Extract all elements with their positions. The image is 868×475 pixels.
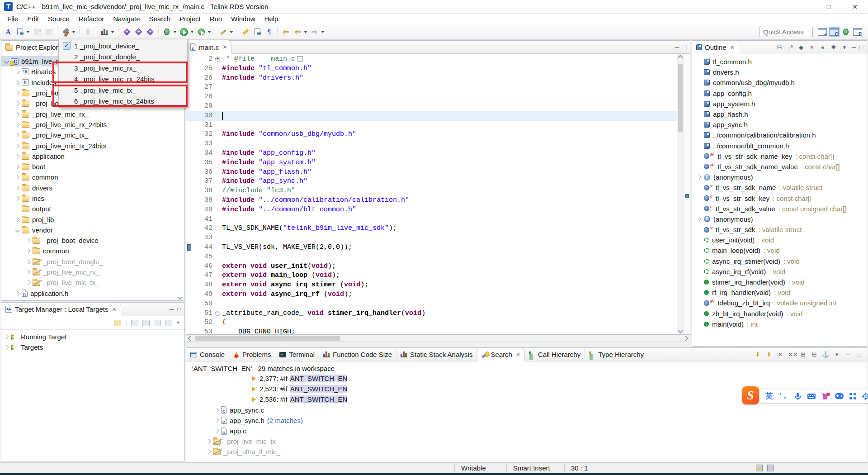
working-set-item[interactable]: ✓1 _proj_boot_device_ bbox=[59, 40, 187, 52]
code-line[interactable]: 44TL_VS_VER(sdk, MAKE_VER(2,0,0)); bbox=[186, 243, 677, 252]
code-editor[interactable]: 2+ * @file main.c…25#include "tl_common.… bbox=[186, 54, 690, 335]
overview-marker[interactable] bbox=[685, 194, 689, 198]
forward-button[interactable]: ⇨ bbox=[309, 27, 320, 38]
fold-collapse-icon[interactable]: − bbox=[215, 311, 220, 316]
menu-window[interactable]: Window bbox=[226, 14, 259, 24]
back-button[interactable]: ⇦ bbox=[292, 27, 303, 38]
search-file-row[interactable]: app_sync.h (2 matches) bbox=[186, 415, 867, 426]
show-whitespace-button[interactable]: ¶ bbox=[264, 27, 274, 38]
outline-item[interactable]: stimer_irq_handler(void): void bbox=[692, 277, 867, 287]
target-item[interactable]: Targets bbox=[1, 342, 184, 352]
profile-button[interactable] bbox=[82, 27, 93, 38]
outline-item[interactable]: app_system.h bbox=[692, 99, 867, 109]
expander-icon[interactable] bbox=[15, 175, 20, 180]
tree-item[interactable]: _proj_boot_device_ bbox=[1, 235, 184, 246]
pin-search-icon[interactable]: ⚓ bbox=[822, 351, 829, 358]
console-maximize-icon[interactable]: □ bbox=[856, 351, 863, 358]
outline-item[interactable]: S(anonymous) bbox=[692, 214, 867, 224]
target-manager-close-icon[interactable]: ✕ bbox=[112, 306, 117, 313]
ime-logo-icon[interactable]: S bbox=[742, 386, 759, 404]
search-match-row[interactable]: 2,377: #if ANT_SWITCH_EN bbox=[186, 373, 867, 384]
menu-search[interactable]: Search bbox=[144, 14, 175, 24]
menu-help[interactable]: Help bbox=[260, 14, 283, 24]
code-line[interactable]: 47extern void main_loop (void); bbox=[186, 271, 677, 280]
outline-item[interactable]: async_irq_stimer(void): void bbox=[692, 256, 867, 266]
outline-item[interactable]: app_config.h bbox=[692, 88, 867, 99]
expander-icon[interactable] bbox=[26, 280, 31, 285]
search-file-row[interactable]: app_sync.c bbox=[186, 405, 867, 415]
expander-icon[interactable] bbox=[15, 80, 20, 85]
console-tab-type-hierarchy[interactable]: Type Hierarchy bbox=[585, 348, 648, 361]
outline-item[interactable]: common/usb_dbg/myudb.h bbox=[692, 77, 867, 88]
expand-all-icon[interactable]: ⊞ bbox=[799, 351, 807, 358]
tree-item[interactable]: application bbox=[1, 151, 184, 162]
tree-item[interactable]: _proj_live_mic_rx_ bbox=[1, 267, 184, 277]
ime-apps-grid-icon[interactable] bbox=[849, 393, 856, 399]
code-line[interactable]: 39#include "../common/calibration/calibr… bbox=[186, 196, 677, 205]
code-line[interactable]: 28 bbox=[186, 92, 677, 102]
tree-item[interactable]: incs bbox=[1, 193, 184, 204]
tree-item[interactable]: _proj_live_mic_tx_ bbox=[1, 130, 184, 140]
new-c-file-button[interactable]: A bbox=[3, 27, 14, 38]
code-line[interactable]: 45 bbox=[186, 252, 677, 262]
expander-icon[interactable] bbox=[15, 196, 20, 201]
outline-item[interactable]: sctl_vs_str_sdk_name_value: const char[] bbox=[692, 162, 867, 172]
debug-button[interactable] bbox=[161, 27, 172, 38]
target-item[interactable]: Running Target bbox=[1, 332, 184, 342]
code-line[interactable]: 31 bbox=[186, 121, 677, 130]
ime-game-icon[interactable] bbox=[835, 393, 844, 399]
code-line[interactable]: 33 bbox=[186, 139, 677, 149]
editor-minimize-icon[interactable]: ─ bbox=[675, 44, 679, 51]
expander-icon[interactable] bbox=[15, 154, 20, 158]
expander-icon[interactable] bbox=[207, 450, 211, 454]
collapse-all-icon[interactable]: ⊟ bbox=[811, 351, 818, 358]
minimize-button[interactable]: ─ bbox=[789, 0, 816, 14]
code-line[interactable]: 42TL_VS_SDK_NAME("telink_b91m_live_mic_s… bbox=[186, 224, 677, 233]
tree-item[interactable]: _proj_live_mic_tx_ bbox=[1, 277, 184, 288]
target-manager-maximize-icon[interactable]: □ bbox=[177, 306, 181, 313]
console-tab-problems[interactable]: Problems bbox=[229, 348, 275, 361]
expander-icon[interactable] bbox=[215, 429, 219, 433]
outline-item[interactable]: rf_irq_handler(void): void bbox=[692, 287, 867, 298]
code-line[interactable]: 2+ * @file main.c… bbox=[186, 55, 677, 64]
code-line[interactable]: 48extern void async_irq_stimer (void); bbox=[186, 280, 677, 290]
code-line[interactable]: 40#include "../common/blt_common.h" bbox=[186, 205, 677, 215]
outline-hide-inactive-icon[interactable]: ✱ bbox=[830, 44, 837, 51]
external-tools-dropdown-icon[interactable] bbox=[208, 31, 211, 33]
maximize-button[interactable]: □ bbox=[816, 0, 842, 14]
flash-tool-2-button[interactable] bbox=[133, 27, 144, 38]
expander-icon[interactable] bbox=[15, 122, 20, 127]
expander-icon[interactable] bbox=[697, 175, 702, 180]
menu-file[interactable]: File bbox=[3, 14, 23, 24]
outline-item[interactable]: drivers.h bbox=[692, 67, 867, 77]
tm-export-icon[interactable] bbox=[114, 320, 121, 326]
ime-skin-icon[interactable] bbox=[821, 393, 829, 400]
fold-expand-icon[interactable]: + bbox=[215, 57, 220, 62]
remove-all-matches-icon[interactable]: ✕✕ bbox=[788, 351, 795, 358]
forward-dropdown-icon[interactable] bbox=[321, 31, 325, 33]
menu-navigate[interactable]: Navigate bbox=[108, 14, 144, 24]
close-button[interactable]: ✕ bbox=[842, 0, 868, 14]
run-button[interactable] bbox=[179, 27, 189, 38]
outline-sort-icon[interactable]: ↓ª bbox=[787, 44, 794, 51]
expander-icon[interactable] bbox=[26, 259, 31, 264]
console-tab-call-hierarchy[interactable]: Call Hierarchy bbox=[525, 348, 585, 361]
code-line[interactable]: 38//#include "lc3.h" bbox=[186, 186, 677, 196]
tree-item[interactable]: _proj_live_mic_rx_24bits bbox=[1, 119, 184, 130]
tree-item[interactable]: _proj_live_mic_tx_24bits bbox=[1, 140, 184, 151]
search-prev-icon[interactable]: ⬆ bbox=[765, 351, 773, 358]
function-code-size-button[interactable] bbox=[99, 27, 110, 38]
tm-sync-icon[interactable] bbox=[165, 320, 172, 326]
outline-item[interactable]: sctl_vs_str_sdk_name_key: const char[] bbox=[692, 151, 867, 162]
code-line[interactable]: 32#include "common/usb_dbg/myudb.h" bbox=[186, 130, 677, 139]
outline-item[interactable]: ctl_vs_str_sdk_key: const char[] bbox=[692, 193, 867, 203]
expander-icon[interactable] bbox=[15, 217, 20, 222]
outline-minimize-icon[interactable]: ─ bbox=[852, 44, 856, 51]
ime-settings-icon[interactable] bbox=[862, 393, 868, 400]
ime-mic-icon[interactable] bbox=[794, 392, 802, 400]
outline-item[interactable]: ctl_vs_str_sdk_value: const unsigned cha… bbox=[692, 204, 867, 214]
expander-icon[interactable] bbox=[15, 143, 20, 148]
debug-perspective-button[interactable] bbox=[840, 27, 851, 38]
save-all-button[interactable] bbox=[43, 27, 54, 38]
code-line[interactable]: 37#include "app_sync.h" bbox=[186, 177, 677, 186]
